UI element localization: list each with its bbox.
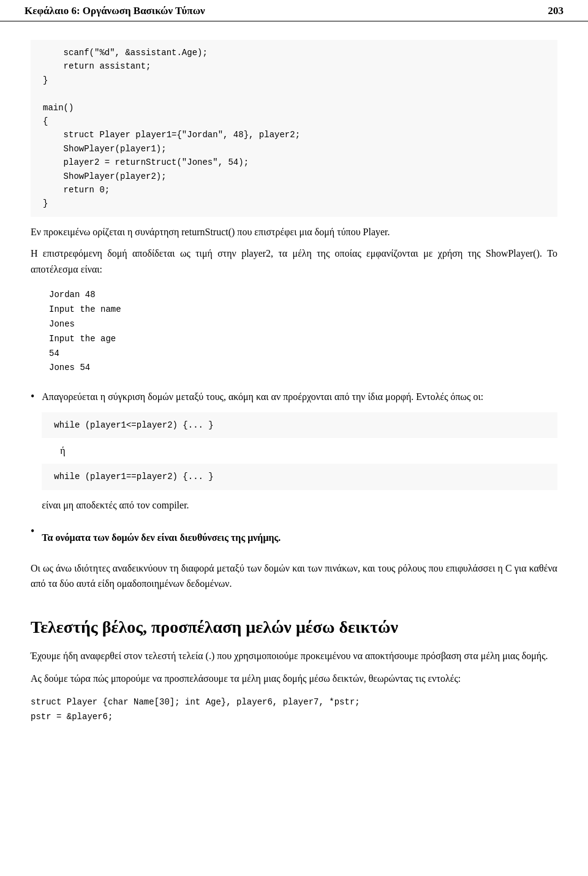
bullet-item-1: • Απαγορεύεται η σύγκριση δομών μεταξύ τ… bbox=[31, 389, 557, 519]
section-para-2: Ας δούμε τώρα πώς μπορούμε να προσπελάσο… bbox=[31, 671, 557, 687]
section-heading: Τελεστής βέλος, προσπέλαση μελών μέσω δε… bbox=[31, 616, 557, 638]
paragraph-1: Εν προκειμένω ορίζεται η συνάρτηση retur… bbox=[31, 224, 557, 240]
header-page-number: 203 bbox=[548, 5, 564, 17]
bottom-code: struct Player {char Name[30]; int Age}, … bbox=[31, 695, 557, 725]
paragraph-3: Οι ως άνω ιδιότητες αναδεικνύουν τη διαφ… bbox=[31, 561, 557, 592]
section-para-1: Έχουμε ήδη αναφερθεί στον τελεστή τελεία… bbox=[31, 648, 557, 664]
compiler-note: είναι μη αποδεκτές από τον compiler. bbox=[42, 497, 557, 513]
bullet-item-2: • Τα ονόματα των δομών δεν είναι διευθύν… bbox=[31, 524, 557, 552]
code-while-1: while (player1<=player2) {... } bbox=[42, 412, 557, 438]
bullet-1-text: Απαγορεύεται η σύγκριση δομών μεταξύ του… bbox=[42, 389, 557, 405]
paragraph-2: Η επιστρεφόμενη δομή αποδίδεται ως τιμή … bbox=[31, 246, 557, 277]
paragraph-2-text: Η επιστρεφόμενη δομή αποδίδεται ως τιμή … bbox=[31, 248, 542, 259]
or-label: ή bbox=[60, 445, 557, 456]
bullet-dot-1: • bbox=[31, 390, 34, 403]
header-title: Κεφάλαιο 6: Οργάνωση Βασικών Τύπων bbox=[24, 5, 205, 17]
bullet-2-text: Τα ονόματα των δομών δεν είναι διευθύνσε… bbox=[42, 530, 557, 546]
bullet-dot-2: • bbox=[31, 525, 34, 538]
code-while-2: while (player1==player2) {... } bbox=[42, 464, 557, 489]
bullet-content-1: Απαγορεύεται η σύγκριση δομών μεταξύ του… bbox=[42, 389, 557, 519]
code-output: Jordan 48 Input the name Jones Input the… bbox=[31, 283, 557, 380]
main-content: scanf("%d", &assistant.Age); return assi… bbox=[0, 40, 588, 758]
page-header: Κεφάλαιο 6: Οργάνωση Βασικών Τύπων 203 bbox=[0, 0, 588, 21]
bullet-section-1: • Απαγορεύεται η σύγκριση δομών μεταξύ τ… bbox=[31, 389, 557, 552]
page: Κεφάλαιο 6: Οργάνωση Βασικών Τύπων 203 s… bbox=[0, 0, 588, 876]
bullet-content-2: Τα ονόματα των δομών δεν είναι διευθύνσε… bbox=[42, 524, 557, 552]
code-block-main: scanf("%d", &assistant.Age); return assi… bbox=[31, 40, 557, 217]
